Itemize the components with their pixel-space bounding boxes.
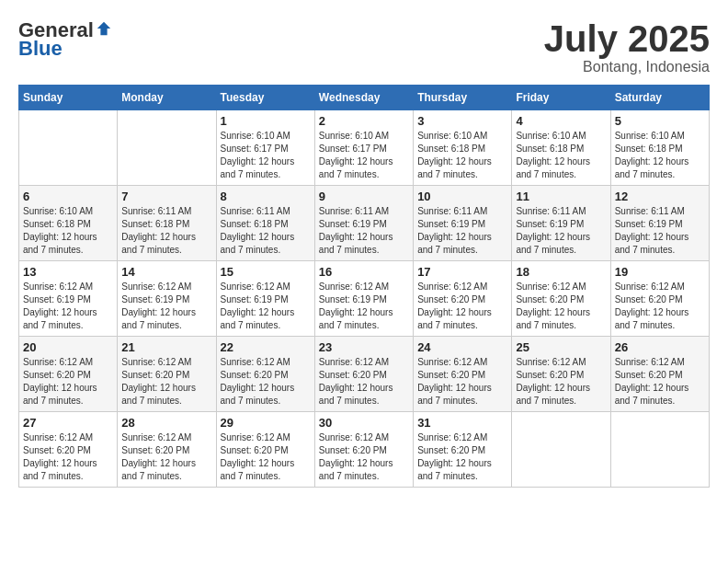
day-info: Sunrise: 6:12 AM Sunset: 6:20 PM Dayligh… [121, 431, 211, 483]
svg-marker-0 [97, 22, 110, 35]
day-number: 29 [221, 416, 311, 430]
day-info: Sunrise: 6:12 AM Sunset: 6:19 PM Dayligh… [121, 281, 211, 332]
day-number: 11 [516, 190, 606, 203]
calendar-cell: 21Sunrise: 6:12 AM Sunset: 6:20 PM Dayli… [118, 337, 216, 412]
calendar-cell: 4Sunrise: 6:10 AM Sunset: 6:18 PM Daylig… [512, 110, 610, 186]
day-info: Sunrise: 6:10 AM Sunset: 6:17 PM Dayligh… [319, 130, 409, 181]
title-block: July 2025 Bontang, Indonesia [544, 18, 710, 75]
calendar-cell: 25Sunrise: 6:12 AM Sunset: 6:20 PM Dayli… [512, 337, 610, 412]
day-info: Sunrise: 6:12 AM Sunset: 6:20 PM Dayligh… [615, 356, 705, 408]
calendar-cell: 5Sunrise: 6:10 AM Sunset: 6:18 PM Daylig… [610, 110, 709, 186]
calendar-cell: 26Sunrise: 6:12 AM Sunset: 6:20 PM Dayli… [610, 337, 709, 412]
logo: General Blue [18, 18, 112, 61]
calendar-cell [512, 412, 610, 488]
calendar-cell: 16Sunrise: 6:12 AM Sunset: 6:19 PM Dayli… [314, 261, 413, 337]
weekday-header: Wednesday [314, 86, 413, 110]
day-number: 9 [319, 190, 409, 203]
calendar-cell: 19Sunrise: 6:12 AM Sunset: 6:20 PM Dayli… [610, 261, 709, 337]
day-number: 4 [516, 114, 606, 128]
day-info: Sunrise: 6:12 AM Sunset: 6:20 PM Dayligh… [417, 356, 507, 408]
day-info: Sunrise: 6:12 AM Sunset: 6:20 PM Dayligh… [417, 281, 507, 332]
day-number: 15 [221, 265, 311, 279]
day-number: 5 [615, 114, 705, 128]
day-number: 26 [615, 340, 705, 354]
calendar-week-row: 27Sunrise: 6:12 AM Sunset: 6:20 PM Dayli… [19, 412, 710, 488]
calendar-cell: 10Sunrise: 6:11 AM Sunset: 6:19 PM Dayli… [414, 186, 512, 261]
day-number: 24 [417, 340, 507, 354]
day-info: Sunrise: 6:12 AM Sunset: 6:20 PM Dayligh… [417, 431, 507, 483]
calendar-cell: 23Sunrise: 6:12 AM Sunset: 6:20 PM Dayli… [314, 337, 413, 412]
calendar-cell [610, 412, 709, 488]
calendar-cell: 2Sunrise: 6:10 AM Sunset: 6:17 PM Daylig… [314, 110, 413, 186]
weekday-header: Friday [512, 86, 610, 110]
calendar-cell: 22Sunrise: 6:12 AM Sunset: 6:20 PM Dayli… [216, 337, 314, 412]
day-number: 21 [121, 340, 211, 354]
calendar-body: 1Sunrise: 6:10 AM Sunset: 6:17 PM Daylig… [19, 110, 710, 488]
calendar-cell: 27Sunrise: 6:12 AM Sunset: 6:20 PM Dayli… [19, 412, 118, 488]
calendar-cell: 11Sunrise: 6:11 AM Sunset: 6:19 PM Dayli… [512, 186, 610, 261]
day-number: 19 [615, 265, 705, 279]
calendar-cell: 31Sunrise: 6:12 AM Sunset: 6:20 PM Dayli… [414, 412, 512, 488]
day-number: 13 [23, 265, 113, 279]
calendar-week-row: 6Sunrise: 6:10 AM Sunset: 6:18 PM Daylig… [19, 186, 710, 261]
calendar-cell: 24Sunrise: 6:12 AM Sunset: 6:20 PM Dayli… [414, 337, 512, 412]
day-number: 20 [23, 340, 113, 354]
day-info: Sunrise: 6:11 AM Sunset: 6:18 PM Dayligh… [121, 205, 211, 257]
day-info: Sunrise: 6:12 AM Sunset: 6:20 PM Dayligh… [516, 281, 606, 332]
calendar-week-row: 20Sunrise: 6:12 AM Sunset: 6:20 PM Dayli… [19, 337, 710, 412]
calendar-cell: 13Sunrise: 6:12 AM Sunset: 6:19 PM Dayli… [19, 261, 118, 337]
calendar-cell: 14Sunrise: 6:12 AM Sunset: 6:19 PM Dayli… [118, 261, 216, 337]
day-info: Sunrise: 6:12 AM Sunset: 6:19 PM Dayligh… [221, 281, 311, 332]
day-number: 3 [417, 114, 507, 128]
day-info: Sunrise: 6:12 AM Sunset: 6:20 PM Dayligh… [221, 356, 311, 408]
calendar-header: SundayMondayTuesdayWednesdayThursdayFrid… [19, 86, 710, 110]
day-number: 25 [516, 340, 606, 354]
weekday-header: Tuesday [216, 86, 314, 110]
day-info: Sunrise: 6:11 AM Sunset: 6:19 PM Dayligh… [615, 205, 705, 257]
day-number: 30 [319, 416, 409, 430]
day-info: Sunrise: 6:11 AM Sunset: 6:18 PM Dayligh… [221, 205, 311, 257]
calendar-week-row: 13Sunrise: 6:12 AM Sunset: 6:19 PM Dayli… [19, 261, 710, 337]
calendar-week-row: 1Sunrise: 6:10 AM Sunset: 6:17 PM Daylig… [19, 110, 710, 186]
weekday-row: SundayMondayTuesdayWednesdayThursdayFrid… [19, 86, 710, 110]
calendar-cell: 7Sunrise: 6:11 AM Sunset: 6:18 PM Daylig… [118, 186, 216, 261]
weekday-header: Monday [118, 86, 216, 110]
day-info: Sunrise: 6:10 AM Sunset: 6:18 PM Dayligh… [23, 205, 113, 257]
day-info: Sunrise: 6:12 AM Sunset: 6:20 PM Dayligh… [319, 356, 409, 408]
calendar-cell: 30Sunrise: 6:12 AM Sunset: 6:20 PM Dayli… [314, 412, 413, 488]
day-info: Sunrise: 6:10 AM Sunset: 6:17 PM Dayligh… [221, 130, 311, 181]
day-number: 27 [23, 416, 113, 430]
day-number: 7 [121, 190, 211, 203]
calendar-cell: 3Sunrise: 6:10 AM Sunset: 6:18 PM Daylig… [414, 110, 512, 186]
day-info: Sunrise: 6:12 AM Sunset: 6:19 PM Dayligh… [319, 281, 409, 332]
day-number: 10 [417, 190, 507, 203]
logo-blue-text: Blue [18, 37, 63, 61]
weekday-header: Sunday [19, 86, 118, 110]
day-number: 22 [221, 340, 311, 354]
day-number: 2 [319, 114, 409, 128]
calendar-cell: 17Sunrise: 6:12 AM Sunset: 6:20 PM Dayli… [414, 261, 512, 337]
day-info: Sunrise: 6:10 AM Sunset: 6:18 PM Dayligh… [615, 130, 705, 181]
day-info: Sunrise: 6:12 AM Sunset: 6:20 PM Dayligh… [516, 356, 606, 408]
day-number: 1 [221, 114, 311, 128]
weekday-header: Thursday [414, 86, 512, 110]
location-title: Bontang, Indonesia [544, 59, 710, 75]
day-info: Sunrise: 6:12 AM Sunset: 6:20 PM Dayligh… [221, 431, 311, 483]
day-number: 31 [417, 416, 507, 430]
day-info: Sunrise: 6:12 AM Sunset: 6:19 PM Dayligh… [23, 281, 113, 332]
calendar-cell: 15Sunrise: 6:12 AM Sunset: 6:19 PM Dayli… [216, 261, 314, 337]
day-info: Sunrise: 6:11 AM Sunset: 6:19 PM Dayligh… [417, 205, 507, 257]
calendar-cell [19, 110, 118, 186]
day-info: Sunrise: 6:10 AM Sunset: 6:18 PM Dayligh… [516, 130, 606, 181]
day-info: Sunrise: 6:12 AM Sunset: 6:20 PM Dayligh… [121, 356, 211, 408]
calendar-cell: 20Sunrise: 6:12 AM Sunset: 6:20 PM Dayli… [19, 337, 118, 412]
calendar-cell: 9Sunrise: 6:11 AM Sunset: 6:19 PM Daylig… [314, 186, 413, 261]
day-info: Sunrise: 6:12 AM Sunset: 6:20 PM Dayligh… [23, 356, 113, 408]
calendar-cell: 8Sunrise: 6:11 AM Sunset: 6:18 PM Daylig… [216, 186, 314, 261]
day-number: 18 [516, 265, 606, 279]
calendar-cell: 28Sunrise: 6:12 AM Sunset: 6:20 PM Dayli… [118, 412, 216, 488]
logo-icon [96, 20, 112, 37]
day-number: 6 [23, 190, 113, 203]
day-info: Sunrise: 6:10 AM Sunset: 6:18 PM Dayligh… [417, 130, 507, 181]
page-header: General Blue July 2025 Bontang, Indonesi… [18, 18, 710, 75]
